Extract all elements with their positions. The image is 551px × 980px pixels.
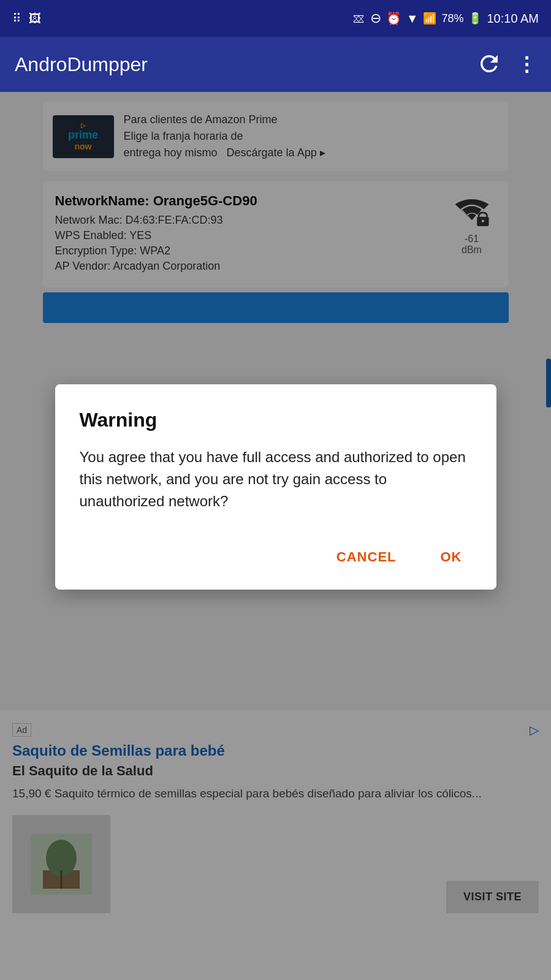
image-icon: 🖼 [29,12,41,26]
app-bar: AndroDumpper ⋮ [0,37,551,92]
app-title: AndroDumpper [15,53,148,76]
time-display: 10:10 AM [487,12,539,26]
status-bar: ⠿ 🖼 ⯴ ⊖ ⏰ ▼ 📶 78% 🔋 10:10 AM [0,0,551,37]
grid-icon: ⠿ [12,11,21,26]
refresh-button[interactable] [476,51,502,78]
alarm-icon: ⏰ [386,11,401,26]
main-content: ▷ prime now Para clientes de Amazon Prim… [0,92,551,980]
dialog-message: You agree that you have full access and … [80,446,472,512]
battery-icon: 🔋 [468,12,482,25]
refresh-icon [476,51,502,77]
dialog-title: Warning [80,409,472,431]
wifi-icon: ▼ [406,12,419,26]
cancel-button[interactable]: CANCEL [327,543,406,571]
warning-dialog: Warning You agree that you have full acc… [55,384,496,590]
status-bar-right: ⯴ ⊖ ⏰ ▼ 📶 78% 🔋 10:10 AM [353,10,539,26]
dialog-overlay: Warning You agree that you have full acc… [0,92,551,980]
battery-percentage: 78% [441,12,463,25]
status-bar-left: ⠿ 🖼 [12,11,41,26]
dialog-actions: CANCEL OK [80,537,472,571]
ok-button[interactable]: OK [431,543,472,571]
signal-icon: 📶 [423,12,436,25]
do-not-disturb-icon: ⊖ [370,10,381,26]
app-bar-actions: ⋮ [476,51,536,78]
bluetooth-icon: ⯴ [353,12,365,26]
more-options-button[interactable]: ⋮ [517,53,536,76]
